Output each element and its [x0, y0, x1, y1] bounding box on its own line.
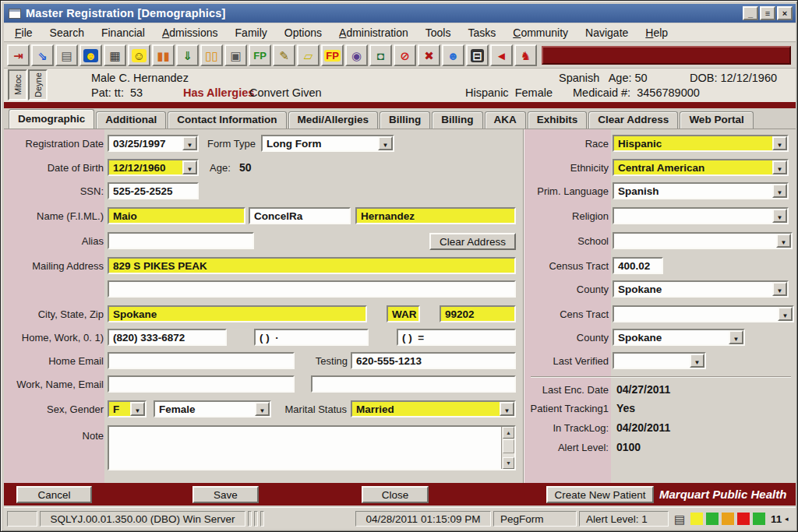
tab-clear-address[interactable]: Clear Address	[588, 111, 678, 129]
minimize-button[interactable]: _	[743, 6, 758, 20]
chevron-down-icon[interactable]	[778, 307, 793, 321]
delete-x-icon-button[interactable]: ✖	[418, 44, 440, 66]
exit-record-icon-button[interactable]: ⇥	[7, 44, 30, 66]
ethnicity-combo[interactable]: Central American	[613, 159, 789, 176]
form-type-combo[interactable]: Long Form	[261, 135, 394, 152]
chevron-down-icon[interactable]	[182, 160, 197, 174]
work-email2-field[interactable]	[311, 375, 516, 393]
folder-document-icon-button[interactable]: ▣	[224, 44, 247, 66]
tab-medi-allergies[interactable]: Medi/Allergies	[288, 111, 379, 129]
menu-search[interactable]: Search	[50, 26, 84, 39]
save-button[interactable]: Save	[192, 486, 259, 503]
last-verified-combo[interactable]	[613, 352, 706, 369]
speaker-exit-icon-button[interactable]: ◄	[490, 44, 513, 66]
first-name-field[interactable]: Maio	[108, 207, 245, 224]
fp-green-icon-button[interactable]: FP	[249, 44, 271, 66]
import-document-icon-button[interactable]: ⇓	[176, 44, 199, 66]
chevron-down-icon[interactable]	[772, 282, 787, 296]
save-icon-button[interactable]: ▦	[104, 44, 126, 66]
chart-doors-icon-button[interactable]: ▮▮	[152, 44, 175, 66]
tab-additional[interactable]: Additional	[96, 111, 166, 129]
state-field[interactable]: WAR	[387, 305, 420, 322]
zip-field[interactable]: 99202	[440, 305, 516, 322]
camera-icon-button[interactable]: ◉	[345, 44, 368, 66]
work-email1-field[interactable]	[108, 375, 295, 393]
city-field[interactable]: Spokane	[108, 305, 367, 322]
clear-address-button[interactable]: Clear Address	[429, 233, 516, 250]
race-combo[interactable]: Hispanic	[613, 135, 789, 152]
create-new-patient-button[interactable]: Create New Patient	[546, 486, 654, 503]
registration-date-combo[interactable]: 03/25/1997	[108, 135, 199, 152]
menu-admissions[interactable]: Admissions	[162, 26, 218, 39]
ssn-field[interactable]: 525-25-2525	[108, 182, 199, 199]
scroll-up-icon[interactable]	[503, 427, 514, 439]
religion-combo[interactable]	[613, 207, 789, 224]
county-combo[interactable]: Spokane	[613, 280, 789, 298]
printer-icon[interactable]: ▤	[674, 513, 685, 527]
close-form-button[interactable]: Close	[362, 486, 429, 503]
tab-aka[interactable]: AKA	[485, 111, 526, 129]
alias-field[interactable]	[108, 232, 254, 249]
form-edit-icon-button[interactable]: ✎	[273, 44, 295, 66]
smiley-icon-button[interactable]: ☺	[128, 44, 150, 66]
menu-help[interactable]: Help	[645, 26, 668, 39]
other-phone-field[interactable]: ( ) =	[397, 329, 516, 346]
people-icon-button[interactable]: ☻	[442, 44, 464, 66]
stamp-icon-button[interactable]: ▱	[297, 44, 320, 66]
last-name-field[interactable]: Hernandez	[355, 207, 516, 224]
work-phone-field[interactable]: ( ) ·	[254, 329, 369, 346]
school-combo[interactable]	[613, 232, 793, 249]
tab-contact-information[interactable]: Contact Information	[168, 111, 286, 129]
chevron-down-icon[interactable]	[729, 330, 743, 344]
home-phone-field[interactable]: (820) 333-6872	[108, 329, 227, 346]
middle-name-field[interactable]: ConcelRa	[249, 207, 351, 224]
county2-combo[interactable]: Spokane	[613, 329, 745, 346]
tab-billing-5[interactable]: Billing	[432, 111, 482, 129]
menu-tasks[interactable]: Tasks	[468, 26, 496, 39]
tab-billing-4[interactable]: Billing	[380, 111, 430, 129]
gender-combo[interactable]: Female	[154, 400, 271, 417]
date-of-birth-combo[interactable]: 12/12/1960	[108, 159, 199, 176]
tab-exhibits[interactable]: Exhibits	[528, 111, 588, 129]
transfer-down-icon-button[interactable]: ⇘	[31, 44, 54, 66]
chevron-down-icon[interactable]	[378, 136, 393, 150]
menu-file[interactable]: File	[15, 26, 33, 39]
menu-administration[interactable]: Administration	[339, 26, 408, 39]
list-view-icon-button[interactable]: ▤	[55, 44, 78, 66]
no-entry-icon-button[interactable]: ⊘	[394, 44, 416, 66]
marital-status-combo[interactable]: Married	[351, 400, 516, 417]
motorcycle-icon-button[interactable]: ♞	[514, 44, 537, 66]
chevron-down-icon[interactable]	[690, 354, 704, 368]
chevron-down-icon[interactable]	[776, 234, 791, 248]
home-email-field[interactable]	[108, 352, 295, 369]
side-button-deyne[interactable]: Deyne	[28, 69, 48, 100]
chevron-down-icon[interactable]	[772, 136, 787, 150]
chevron-down-icon[interactable]	[772, 209, 787, 223]
chevron-down-icon[interactable]	[255, 402, 270, 416]
scroll-thumb[interactable]	[503, 439, 514, 453]
cens-tract-combo[interactable]	[613, 305, 794, 322]
chevron-down-icon[interactable]	[500, 402, 514, 416]
chevron-down-icon[interactable]	[772, 160, 787, 174]
note-scrollbar[interactable]	[501, 427, 514, 469]
menu-options[interactable]: Options	[284, 26, 322, 39]
monitor-icon-button[interactable]: ⊟	[466, 44, 489, 66]
cancel-button[interactable]: Cancel	[16, 486, 92, 503]
menu-community[interactable]: Community	[513, 26, 568, 39]
tab-web-portal[interactable]: Web Portal	[680, 111, 753, 129]
fp-red-icon-button[interactable]: FP	[321, 44, 344, 66]
restore-button[interactable]: ≡	[760, 6, 775, 20]
mailing-address2-field[interactable]	[108, 280, 516, 298]
tab-demographic[interactable]: Demographic	[9, 109, 94, 129]
chevron-down-icon[interactable]	[130, 402, 145, 416]
patient-photo-icon-button[interactable]: ☻	[79, 44, 102, 66]
mailing-address-field[interactable]: 829 S PIKES PEAK	[108, 257, 516, 274]
sex-combo[interactable]: F	[108, 400, 147, 417]
scroll-down-icon[interactable]	[503, 457, 514, 469]
menu-tools[interactable]: Tools	[425, 26, 451, 39]
census-tract-field[interactable]: 400.02	[613, 257, 663, 274]
close-button[interactable]: ×	[777, 6, 793, 20]
chevron-down-icon[interactable]	[182, 136, 197, 150]
menu-navigate[interactable]: Navigate	[585, 26, 628, 39]
note-textarea[interactable]	[108, 425, 516, 470]
